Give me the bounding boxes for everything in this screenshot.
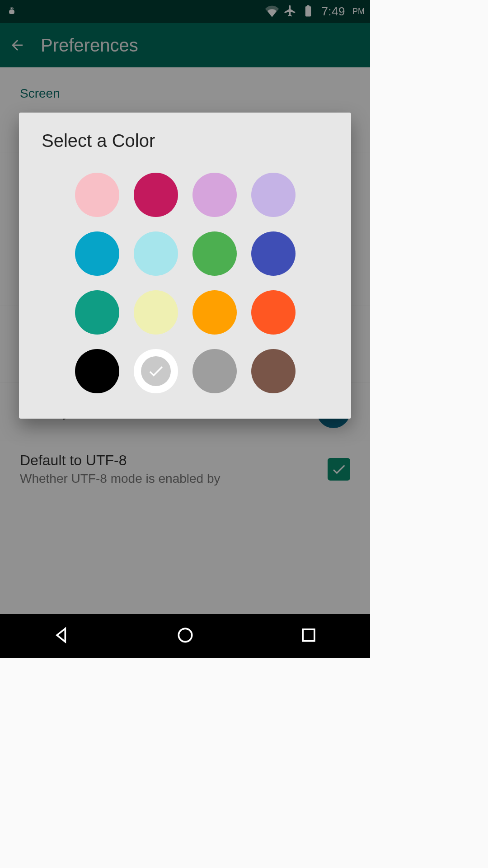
color-chip[interactable] bbox=[251, 349, 296, 393]
svg-rect-5 bbox=[303, 629, 314, 641]
color-chip[interactable] bbox=[134, 173, 178, 217]
color-chip[interactable] bbox=[251, 173, 296, 217]
color-chip[interactable] bbox=[75, 173, 119, 217]
color-palette bbox=[42, 173, 328, 393]
color-chip[interactable] bbox=[134, 231, 178, 276]
nav-home-button[interactable] bbox=[175, 625, 195, 647]
color-chip[interactable] bbox=[192, 231, 237, 276]
color-picker-dialog: Select a Color bbox=[19, 113, 351, 419]
nav-back-icon bbox=[52, 625, 72, 645]
color-chip[interactable] bbox=[75, 231, 119, 276]
svg-point-4 bbox=[178, 628, 192, 642]
nav-recent-icon bbox=[299, 625, 319, 645]
color-chip[interactable] bbox=[134, 290, 178, 335]
color-chip[interactable] bbox=[192, 173, 237, 217]
color-chip[interactable] bbox=[192, 290, 237, 335]
color-chip[interactable] bbox=[134, 349, 178, 393]
nav-recent-button[interactable] bbox=[299, 625, 319, 647]
color-chip[interactable] bbox=[251, 231, 296, 276]
nav-home-icon bbox=[175, 625, 195, 645]
color-chip[interactable] bbox=[75, 349, 119, 393]
color-chip[interactable] bbox=[192, 349, 237, 393]
nav-back-button[interactable] bbox=[52, 625, 72, 647]
dialog-title: Select a Color bbox=[42, 131, 328, 151]
color-chip[interactable] bbox=[251, 290, 296, 335]
system-nav-bar bbox=[0, 614, 370, 658]
color-chip[interactable] bbox=[75, 290, 119, 335]
